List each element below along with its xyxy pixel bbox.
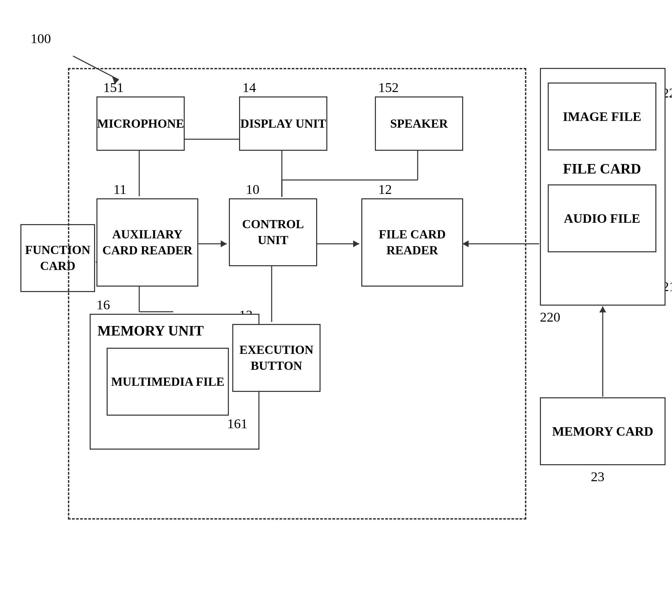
- execution-button-block: EXECUTION BUTTON: [232, 324, 321, 392]
- main-system-box: 151 14 152 11 10 12 16 13 MICROPHONE DIS…: [68, 68, 526, 520]
- file-card-inner-label: FILE CARD: [548, 161, 656, 177]
- svg-marker-22: [599, 306, 606, 312]
- ref-10-label: 10: [246, 181, 259, 197]
- ref-152-label: 152: [378, 79, 399, 95]
- file-card-reader-block: FILE CARD READER: [361, 198, 463, 287]
- ref-151-label: 151: [103, 79, 124, 95]
- auxiliary-card-reader-label: AUXILIARY CARD READER: [97, 227, 197, 258]
- auxiliary-card-reader-block: AUXILIARY CARD READER: [96, 198, 198, 287]
- speaker-block: SPEAKER: [375, 96, 463, 151]
- control-unit-label: CONTROL UNIT: [230, 216, 316, 248]
- ref-11-label: 11: [113, 181, 127, 197]
- audio-file-label: AUDIO FILE: [564, 211, 640, 226]
- ref-220-label: 220: [540, 309, 560, 325]
- ref-23-label: 23: [591, 469, 604, 485]
- image-file-label: IMAGE FILE: [563, 109, 641, 124]
- speaker-label: SPEAKER: [390, 116, 448, 132]
- ref-100-label: 100: [31, 31, 51, 47]
- memory-unit-label: MEMORY UNIT: [97, 322, 204, 340]
- microphone-block: MICROPHONE: [96, 96, 185, 151]
- audio-file-block: AUDIO FILE: [548, 184, 656, 252]
- execution-button-label: EXECUTION BUTTON: [233, 342, 320, 374]
- display-unit-label: DISPLAY UNIT: [240, 116, 326, 132]
- display-unit-block: DISPLAY UNIT: [239, 96, 327, 151]
- memory-card-label: MEMORY CARD: [552, 424, 653, 439]
- file-card-outer-block: IMAGE FILE FILE CARD AUDIO FILE: [540, 68, 666, 306]
- file-card-reader-label: FILE CARD READER: [362, 227, 462, 258]
- ref-161-label: 161: [227, 416, 248, 432]
- ref-14-label: 14: [242, 79, 256, 95]
- memory-card-block: MEMORY CARD: [540, 397, 666, 465]
- image-file-block: IMAGE FILE: [548, 83, 656, 150]
- ref-12-label: 12: [378, 181, 392, 197]
- multimedia-file-block: MULTIMEDIA FILE: [107, 348, 229, 416]
- control-unit-block: CONTROL UNIT: [229, 198, 317, 266]
- diagram-container: 100 21 FUNCTION CARD 151 14 152 11 10 12…: [20, 27, 659, 598]
- microphone-label: MICROPHONE: [97, 116, 184, 132]
- ref-16-label: 16: [96, 297, 110, 313]
- multimedia-file-label: MULTIMEDIA FILE: [111, 374, 224, 390]
